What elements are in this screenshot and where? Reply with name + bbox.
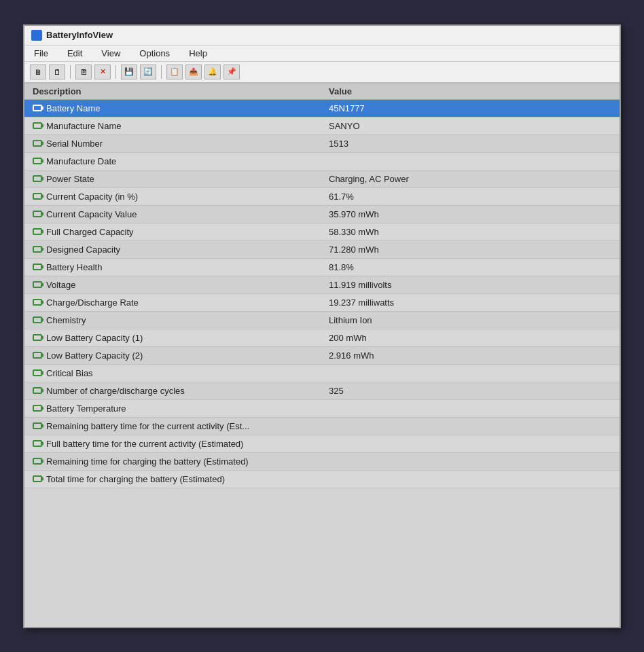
table-row[interactable]: Low Battery Capacity (1) 200 mWh <box>24 329 620 347</box>
row-desc-text: Current Capacity Value <box>46 209 137 219</box>
table-row[interactable]: Serial Number 1513 <box>24 135 620 153</box>
row-desc-text: Low Battery Capacity (2) <box>46 350 143 361</box>
battery-icon <box>33 211 42 217</box>
row-desc-text: Manufacture Name <box>46 121 122 131</box>
table-header: Description Value <box>24 84 620 100</box>
table-row[interactable]: Voltage 11.919 millivolts <box>24 276 620 294</box>
header-description: Description <box>33 86 315 96</box>
row-desc: Designed Capacity <box>33 244 315 255</box>
toolbar: 🗎 🗒 🖹 ✕ 💾 🔄 📋 📤 🔔 📌 <box>24 62 620 84</box>
row-desc: Remaining battery time for the current a… <box>33 421 315 431</box>
table-row[interactable]: Low Battery Capacity (2) 2.916 mWh <box>24 347 620 365</box>
table-row[interactable]: Total time for charging the battery (Est… <box>24 471 620 488</box>
table-row[interactable]: Manufacture Date <box>24 153 620 170</box>
row-val: 11.919 millivolts <box>315 280 611 290</box>
table-row[interactable]: Manufacture Name SANYO <box>24 117 620 135</box>
row-val: 19.237 milliwatts <box>315 297 611 308</box>
battery-icon <box>33 475 42 482</box>
toolbar-sep-1 <box>70 65 71 79</box>
row-desc: Current Capacity Value <box>33 209 315 219</box>
toolbar-btn-10[interactable]: 📌 <box>223 65 240 79</box>
row-val: 35.970 mWh <box>315 209 611 219</box>
row-val: 81.8% <box>315 262 611 272</box>
battery-icon <box>33 458 42 465</box>
row-desc: Serial Number <box>33 139 315 149</box>
window-title: BatteryInfoView <box>46 30 113 40</box>
row-desc-text: Voltage <box>46 280 75 290</box>
row-desc: Manufacture Name <box>33 121 315 131</box>
toolbar-btn-6[interactable]: 🔄 <box>140 65 156 79</box>
row-desc-text: Total time for charging the battery (Est… <box>46 474 225 484</box>
table-row[interactable]: Full battery time for the current activi… <box>24 435 620 453</box>
row-desc: Charge/Discharge Rate <box>33 297 315 308</box>
row-desc: Chemistry <box>33 315 315 325</box>
table-row[interactable]: Power State Charging, AC Power <box>24 170 620 188</box>
table-row[interactable]: Critical Bias <box>24 365 620 382</box>
row-val: 58.330 mWh <box>315 227 611 237</box>
row-desc: Number of charge/discharge cycles <box>33 386 315 396</box>
battery-icon <box>33 440 42 447</box>
row-desc-text: Critical Bias <box>46 368 93 378</box>
menu-bar: File Edit View Options Help <box>24 46 620 62</box>
row-desc-text: Current Capacity (in %) <box>46 192 138 202</box>
battery-icon <box>33 316 42 323</box>
table-row[interactable]: Battery Health 81.8% <box>24 259 620 276</box>
table-row[interactable]: Current Capacity (in %) 61.7% <box>24 188 620 206</box>
battery-icon <box>33 299 42 306</box>
row-val: SANYO <box>315 121 611 131</box>
toolbar-btn-5[interactable]: 💾 <box>121 65 137 79</box>
battery-icon <box>33 281 42 288</box>
toolbar-btn-3[interactable]: 🖹 <box>75 65 92 79</box>
toolbar-btn-7[interactable]: 📋 <box>166 65 183 79</box>
table-row[interactable]: Full Charged Capacity 58.330 mWh <box>24 223 620 241</box>
row-desc: Manufacture Date <box>33 156 315 166</box>
table-row[interactable]: Current Capacity Value 35.970 mWh <box>24 206 620 223</box>
battery-icon <box>33 228 42 235</box>
header-value: Value <box>315 86 611 96</box>
row-desc: Critical Bias <box>33 368 315 378</box>
table-row[interactable]: Charge/Discharge Rate 19.237 milliwatts <box>24 294 620 312</box>
battery-icon <box>33 334 42 341</box>
toolbar-btn-9[interactable]: 🔔 <box>204 65 221 79</box>
menu-edit[interactable]: Edit <box>63 47 86 60</box>
table-row[interactable]: Remaining time for charging the battery … <box>24 453 620 471</box>
row-val: 45N1777 <box>315 103 611 113</box>
table-row[interactable]: Chemistry Lithium Ion <box>24 312 620 329</box>
row-desc-text: Power State <box>46 174 94 184</box>
table-row[interactable]: Designed Capacity 71.280 mWh <box>24 241 620 259</box>
menu-view[interactable]: View <box>97 47 124 60</box>
row-val: Lithium Ion <box>315 315 611 325</box>
toolbar-btn-2[interactable]: 🗒 <box>49 65 65 79</box>
battery-icon <box>33 264 42 270</box>
row-val: 1513 <box>315 139 611 149</box>
toolbar-btn-8[interactable]: 📤 <box>185 65 202 79</box>
toolbar-btn-1[interactable]: 🗎 <box>30 65 46 79</box>
battery-icon <box>33 140 42 147</box>
row-desc: Voltage <box>33 280 315 290</box>
row-desc-text: Number of charge/discharge cycles <box>46 386 185 396</box>
row-desc-text: Manufacture Date <box>46 156 116 166</box>
table-row[interactable]: Battery Name 45N1777 <box>24 100 620 117</box>
row-desc-text: Chemistry <box>46 315 86 325</box>
row-desc: Low Battery Capacity (1) <box>33 333 315 343</box>
menu-options[interactable]: Options <box>135 47 174 60</box>
row-desc: Full battery time for the current activi… <box>33 439 315 449</box>
row-desc: Total time for charging the battery (Est… <box>33 474 315 484</box>
table-row[interactable]: Battery Temperature <box>24 400 620 418</box>
row-desc-text: Full battery time for the current activi… <box>46 439 243 449</box>
toolbar-btn-4[interactable]: ✕ <box>94 65 111 79</box>
row-desc-text: Remaining battery time for the current a… <box>46 421 249 431</box>
table-row[interactable]: Remaining battery time for the current a… <box>24 418 620 435</box>
row-val: 200 mWh <box>315 333 611 343</box>
menu-help[interactable]: Help <box>185 47 211 60</box>
row-val: 71.280 mWh <box>315 244 611 255</box>
row-desc-text: Battery Name <box>46 103 100 113</box>
row-desc: Remaining time for charging the battery … <box>33 456 315 467</box>
battery-icon <box>33 193 42 200</box>
menu-file[interactable]: File <box>30 47 52 60</box>
screen: BatteryInfoView File Edit View Options H… <box>0 0 644 652</box>
table-row[interactable]: Number of charge/discharge cycles 325 <box>24 382 620 400</box>
row-val: 61.7% <box>315 192 611 202</box>
battery-icon <box>33 175 42 182</box>
row-desc-text: Battery Temperature <box>46 403 126 414</box>
